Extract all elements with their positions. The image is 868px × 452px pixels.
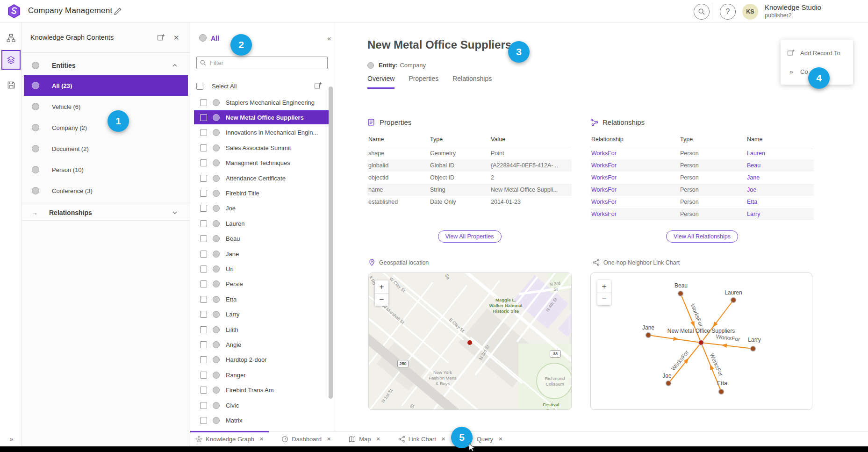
list-item[interactable]: Lauren	[194, 216, 330, 230]
item-checkbox[interactable]	[200, 296, 207, 303]
record-link[interactable]: WorksFor	[590, 147, 679, 159]
menu-item-add-record-to[interactable]: Add Record To	[781, 43, 853, 62]
account-info[interactable]: Knowledge Studio publisher2	[765, 3, 821, 19]
item-checkbox[interactable]	[200, 402, 207, 409]
item-checkbox[interactable]	[200, 265, 207, 273]
item-checkbox[interactable]	[200, 356, 207, 363]
map-zoom-in-button[interactable]: +	[375, 280, 388, 293]
close-tab-icon[interactable]: ✕	[498, 436, 502, 442]
chart-zoom-in-button[interactable]: +	[597, 280, 611, 293]
select-all-checkbox[interactable]	[196, 83, 203, 90]
item-checkbox[interactable]	[200, 251, 207, 258]
record-link[interactable]: Larry	[746, 208, 814, 220]
entity-type-row[interactable]: Person (10)	[24, 159, 188, 180]
rail-hierarchy-button[interactable]	[1, 28, 21, 48]
search-button[interactable]	[694, 4, 710, 20]
item-checkbox[interactable]	[200, 175, 207, 182]
item-checkbox[interactable]	[200, 159, 207, 166]
chart-node[interactable]	[731, 298, 736, 303]
list-item[interactable]: Innovations in Mechanical Engin...	[194, 126, 330, 140]
help-button[interactable]: ?	[720, 4, 736, 20]
map-canvas[interactable]: k RoW Clay StSaW Marshall StE Clay StN 3…	[369, 273, 571, 409]
item-checkbox[interactable]	[200, 190, 207, 197]
list-item[interactable]: Larry	[194, 308, 330, 322]
list-item[interactable]: Attendance Certificate	[194, 171, 330, 185]
chart-node[interactable]	[646, 333, 651, 338]
geospatial-map-card[interactable]: k RoW Clay StSaW Marshall StE Clay StN 3…	[368, 273, 572, 410]
list-item[interactable]: Firebird Title	[194, 186, 330, 200]
list-item[interactable]: Etta	[194, 292, 330, 306]
tab-relationships[interactable]: Relationships	[452, 75, 492, 89]
item-checkbox[interactable]	[200, 220, 207, 227]
entity-type-row[interactable]: All (23)	[24, 75, 188, 96]
record-link[interactable]: Beau	[746, 159, 814, 172]
list-item[interactable]: New Metal Office Suppliers	[194, 110, 330, 124]
entities-section-header[interactable]: Entities	[22, 55, 190, 75]
list-item[interactable]: Firebird Trans Am	[194, 383, 330, 397]
item-checkbox[interactable]	[200, 280, 207, 287]
view-tab-map[interactable]: Map✕	[344, 431, 386, 446]
table-row[interactable]: nameStringNew Metal Office Suppli...	[367, 184, 572, 196]
close-tab-icon[interactable]: ✕	[259, 436, 264, 442]
record-link[interactable]: Joe	[746, 184, 814, 196]
table-row[interactable]: WorksForPersonBeau	[590, 159, 814, 172]
list-item[interactable]: Sales Associate Summit	[194, 141, 330, 155]
list-item[interactable]: Staplers Mechanical Engineering	[194, 95, 330, 109]
table-row[interactable]: objectidObject ID2	[367, 172, 572, 184]
item-checkbox[interactable]	[200, 387, 207, 394]
item-checkbox[interactable]	[200, 341, 207, 348]
expand-rail-icon[interactable]: »	[0, 435, 22, 443]
tab-overview[interactable]: Overview	[367, 75, 395, 89]
record-link[interactable]: WorksFor	[590, 172, 679, 184]
chart-node[interactable]	[666, 381, 671, 386]
view-tab-dashboard[interactable]: Dashboard✕	[276, 431, 336, 446]
table-row[interactable]: WorksForPersonLarry	[590, 208, 814, 220]
close-tab-icon[interactable]: ✕	[376, 436, 380, 442]
list-item[interactable]: Civic	[194, 398, 330, 412]
list-item[interactable]: Lilith	[194, 323, 330, 337]
view-all-relationships-button[interactable]: View All Relationships	[666, 230, 738, 243]
rail-save-button[interactable]	[1, 75, 21, 95]
table-row[interactable]: WorksForPersonJane	[590, 172, 814, 184]
edit-title-icon[interactable]	[114, 7, 122, 15]
item-checkbox[interactable]	[200, 99, 207, 106]
map-location-marker[interactable]	[467, 340, 472, 345]
item-checkbox[interactable]	[200, 144, 207, 151]
item-checkbox[interactable]	[200, 326, 207, 333]
item-checkbox[interactable]	[200, 129, 207, 136]
list-item[interactable]: Joe	[194, 201, 330, 215]
list-scrollbar[interactable]	[329, 86, 333, 399]
list-item[interactable]: Hardtop 2-door	[194, 353, 330, 367]
table-row[interactable]: shapeGeometryPoint	[367, 147, 572, 159]
close-panel-icon[interactable]: ✕	[173, 34, 181, 42]
list-item[interactable]: Matrix	[194, 413, 330, 427]
table-row[interactable]: globalidGlobal ID{A228944F-0EF5-412A-...	[367, 159, 572, 172]
record-link[interactable]: WorksFor	[590, 184, 679, 196]
list-item[interactable]: Persie	[194, 277, 330, 291]
item-checkbox[interactable]	[200, 417, 207, 424]
chart-center-node[interactable]	[699, 340, 704, 345]
list-item[interactable]: Beau	[194, 232, 330, 246]
chart-node[interactable]	[751, 346, 756, 352]
chart-node[interactable]	[678, 291, 683, 296]
map-zoom-out-button[interactable]: −	[375, 293, 388, 306]
view-tab-link-chart[interactable]: Link Chart✕	[393, 431, 451, 446]
entity-type-row[interactable]: Conference (3)	[24, 180, 188, 201]
close-tab-icon[interactable]: ✕	[327, 436, 331, 442]
record-link[interactable]: Etta	[746, 196, 814, 208]
entity-type-row[interactable]: Vehicle (6)	[24, 96, 188, 117]
view-tab-knowledge-graph[interactable]: Knowledge Graph✕	[190, 431, 269, 446]
list-item[interactable]: Angie	[194, 337, 330, 352]
list-item[interactable]: Uri	[194, 262, 330, 276]
collapse-panel-icon[interactable]: «	[327, 35, 330, 42]
filter-input[interactable]	[196, 57, 328, 69]
item-checkbox[interactable]	[200, 311, 207, 318]
list-item[interactable]: Ranger	[194, 368, 330, 382]
app-logo-icon[interactable]	[7, 4, 21, 18]
view-all-properties-button[interactable]: View All Properties	[438, 230, 502, 243]
item-checkbox[interactable]	[200, 372, 207, 379]
record-link[interactable]: Jane	[746, 172, 814, 184]
item-checkbox[interactable]	[200, 235, 207, 242]
select-all-row[interactable]: Select All	[196, 80, 329, 92]
tab-properties[interactable]: Properties	[409, 75, 438, 89]
